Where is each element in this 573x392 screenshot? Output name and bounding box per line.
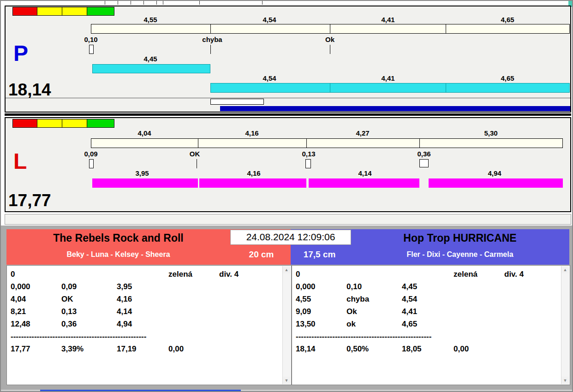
team-left-height: 20 cm [239, 249, 283, 260]
log-cell: Ok [346, 305, 402, 318]
run-segment [446, 83, 569, 92]
log-header-row: 0 zelená div. 4 [296, 268, 561, 280]
log-cell: 9,09 [296, 305, 346, 318]
run-bar-dogs-p [210, 83, 570, 93]
lane-p-panel: P 18,14 4,55 4,54 4,41 4,65 0,10 chyba O… [5, 6, 571, 113]
marker-tick [330, 45, 330, 54]
lane-l-letter: L [13, 150, 27, 172]
log-cell: 4,45 [402, 280, 454, 293]
total-time: 17,77 [11, 343, 61, 355]
run-time-label: 4,14 [358, 169, 371, 177]
log-row: 0,000 0,09 3,95 [11, 280, 282, 293]
run-time-label: 4,45 [143, 55, 157, 63]
division-label: div. 4 [219, 268, 282, 280]
marker-start-time: 0,09 [84, 150, 97, 158]
team-right-log[interactable]: 0 zelená div. 4 0,000 0,10 4,45 4,55 chy… [292, 265, 570, 385]
marker-tick [210, 45, 211, 54]
lane-p-total-time: 18,14 [8, 81, 51, 98]
scroll-up-icon[interactable]: ▲ [561, 266, 569, 273]
split-label: 4,55 [143, 16, 157, 24]
time-box [305, 159, 311, 168]
log-cell: 4,16 [117, 293, 168, 305]
lane-p-letter: P [13, 42, 28, 65]
lane-l-panel: L 17,77 4,04 4,16 4,27 5,30 0,09 OK 0,13… [5, 117, 571, 212]
split-label: 5,30 [484, 129, 497, 137]
marker-start-time: 0,10 [84, 36, 97, 43]
start-light-green [87, 119, 114, 128]
marker-time: 0,36 [417, 150, 430, 158]
marker-ok: OK [190, 150, 200, 158]
run-number: 0 [11, 268, 61, 280]
splits-segment [211, 24, 330, 33]
log-cell: 0,09 [61, 280, 117, 293]
status-label: zelená [168, 268, 219, 280]
scroll-down-icon[interactable]: ▼ [561, 377, 569, 384]
status-label: zelená [454, 268, 504, 280]
race-timestamp: 24.08.2024 12:09:06 [230, 230, 351, 245]
run-time-label: 4,65 [501, 74, 514, 82]
penalty: 0,00 [454, 343, 504, 355]
scrollbar[interactable]: ▲ ▼ [282, 266, 291, 384]
ruler-tick [163, 1, 163, 5]
log-cell: 4,41 [402, 305, 454, 318]
ruler-tick [143, 1, 144, 5]
team-left-log-content: 0 zelená div. 4 0,000 0,09 3,95 4,04 OK … [11, 268, 282, 355]
log-row: 13,50 ok 4,65 [296, 318, 561, 330]
ruler-tick [118, 1, 118, 5]
run-time-label: 4,41 [381, 74, 394, 82]
team-right-log-content: 0 zelená div. 4 0,000 0,10 4,45 4,55 chy… [296, 268, 561, 355]
run-bar-dog4-l [429, 178, 563, 188]
split-label: 4,04 [137, 129, 151, 137]
log-cell: 0,10 [346, 280, 402, 293]
team-right-height: 17,5 cm [295, 249, 344, 260]
bottom-blue-bar [40, 390, 241, 392]
splits-segment [330, 24, 447, 33]
teams-section: The Rebels Rock and Roll Beky - Luna - K… [1, 226, 573, 390]
team-right-name: Hop Trop HURRICANE [351, 232, 569, 244]
log-row: 8,21 0,13 4,14 [11, 305, 282, 318]
log-cell: 4,94 [117, 318, 168, 330]
ruler-tick [199, 1, 200, 5]
splits-segment [91, 139, 198, 148]
progress-white-box [210, 99, 264, 105]
ruler-tick [105, 1, 105, 5]
log-cell: 0,13 [61, 305, 117, 318]
start-light-yellow2 [62, 7, 87, 16]
net-time: 18,05 [402, 343, 454, 355]
start-light-red [12, 119, 37, 128]
log-row: 12,48 0,36 4,94 [11, 318, 282, 330]
scroll-down-icon[interactable]: ▼ [283, 377, 290, 384]
splits-segment [446, 24, 569, 33]
ruler-tick [262, 1, 263, 5]
team-left-name: The Rebels Rock and Roll [6, 232, 230, 244]
team-left-dogs: Beky - Luna - Kelsey - Sheera [6, 250, 230, 259]
time-box [419, 159, 429, 167]
log-cell: ok [346, 318, 402, 330]
splits-bar-p [91, 24, 570, 34]
log-summary-row: 17,77 3,39% 17,19 0,00 [11, 343, 282, 355]
split-label: 4,27 [356, 129, 369, 137]
run-bar-dog3-l [309, 178, 419, 188]
team-left-log[interactable]: 0 zelená div. 4 0,000 0,09 3,95 4,04 OK … [6, 265, 292, 385]
log-cell: 4,54 [402, 293, 454, 305]
run-bar-dog1-l [92, 178, 198, 188]
percent-diff: 0,50% [346, 343, 402, 355]
penalty: 0,00 [168, 343, 219, 355]
run-bar-dog2-l [199, 178, 306, 188]
log-cell: 0,36 [61, 318, 117, 330]
ruler-tick [131, 1, 131, 5]
log-row: 4,04 OK 4,16 [11, 293, 282, 305]
panel-divider-line [6, 98, 570, 98]
scroll-up-icon[interactable]: ▲ [283, 266, 290, 273]
split-label: 4,41 [381, 16, 394, 24]
marker-tick [197, 159, 197, 168]
splits-segment [307, 139, 420, 148]
lane-l-total-time: 17,77 [8, 192, 51, 209]
log-cell: 13,50 [296, 318, 346, 330]
lane-separator [5, 113, 571, 116]
scrollbar[interactable]: ▲ ▼ [561, 266, 569, 384]
flyball-timing-window: P 18,14 4,55 4,54 4,41 4,65 0,10 chyba O… [0, 0, 573, 392]
log-row: 4,55 chyba 4,54 [296, 293, 561, 305]
log-divider: ----------------------------------------… [11, 330, 282, 343]
log-cell: 4,14 [117, 305, 168, 318]
